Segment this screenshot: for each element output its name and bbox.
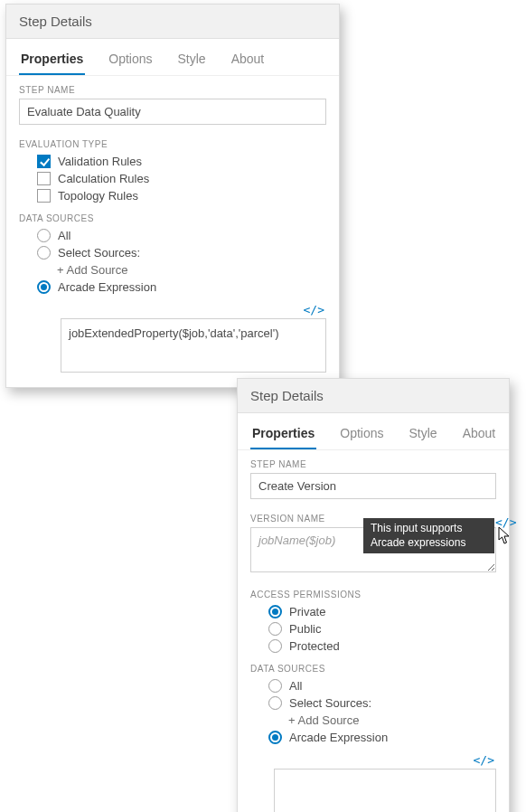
radio-icon[interactable] xyxy=(37,246,51,260)
checkbox-icon[interactable] xyxy=(37,172,51,185)
panel-title: Step Details xyxy=(238,379,509,413)
radio-label: All xyxy=(289,679,302,693)
tabs: Properties Options Style About xyxy=(238,413,509,450)
tab-style[interactable]: Style xyxy=(176,48,208,75)
checkbox-icon[interactable] xyxy=(37,189,51,203)
ds-select-sources[interactable]: Select Sources: xyxy=(238,694,509,712)
radio-icon[interactable] xyxy=(268,679,282,693)
add-source-button[interactable]: + Add Source xyxy=(238,712,509,729)
access-permissions-label: ACCESS PERMISSIONS xyxy=(238,581,509,603)
radio-label: Protected xyxy=(289,639,340,653)
eval-type-validation[interactable]: Validation Rules xyxy=(6,153,339,170)
step-name-label: STEP NAME xyxy=(6,76,339,99)
access-public[interactable]: Public xyxy=(238,620,509,637)
code-icon[interactable]: </> xyxy=(474,753,494,767)
data-sources-label: DATA SOURCES xyxy=(6,204,339,227)
access-protected[interactable]: Protected xyxy=(238,637,509,655)
tab-about[interactable]: About xyxy=(230,48,267,75)
ds-arcade-expression[interactable]: Arcade Expression xyxy=(238,729,509,746)
radio-label: Select Sources: xyxy=(58,246,140,260)
ds-arcade-expression[interactable]: Arcade Expression xyxy=(6,279,339,296)
cursor-icon xyxy=(497,526,512,546)
radio-label: Arcade Expression xyxy=(289,731,388,744)
step-name-input[interactable] xyxy=(19,99,326,125)
tab-properties[interactable]: Properties xyxy=(250,422,316,449)
evaluation-type-label: EVALUATION TYPE xyxy=(6,130,339,153)
checkbox-icon[interactable] xyxy=(37,155,51,168)
step-details-panel-1: Step Details Properties Options Style Ab… xyxy=(5,4,340,388)
ds-all[interactable]: All xyxy=(6,227,339,244)
eval-type-topology[interactable]: Topology Rules xyxy=(6,187,339,204)
radio-icon[interactable] xyxy=(268,639,282,653)
radio-label: Select Sources: xyxy=(289,696,371,710)
radio-icon[interactable] xyxy=(268,696,282,710)
tab-options[interactable]: Options xyxy=(107,48,154,75)
tabs: Properties Options Style About xyxy=(6,39,339,76)
tab-options[interactable]: Options xyxy=(338,422,385,449)
radio-icon[interactable] xyxy=(37,229,51,242)
add-source-button[interactable]: + Add Source xyxy=(6,261,339,279)
radio-label: Private xyxy=(289,605,325,618)
checkbox-label: Calculation Rules xyxy=(58,172,149,185)
code-icon[interactable]: </> xyxy=(304,303,324,316)
radio-icon[interactable] xyxy=(37,280,51,294)
tab-style[interactable]: Style xyxy=(408,422,439,449)
radio-label: All xyxy=(58,229,70,242)
radio-label: Arcade Expression xyxy=(58,280,156,294)
panel-title: Step Details xyxy=(6,5,339,39)
radio-icon[interactable] xyxy=(268,731,282,744)
checkbox-label: Validation Rules xyxy=(58,155,142,168)
arcade-tooltip: This input supports Arcade expressions xyxy=(363,518,494,553)
ds-select-sources[interactable]: Select Sources: xyxy=(6,244,339,261)
arcade-code-input[interactable] xyxy=(274,769,496,812)
checkbox-label: Topology Rules xyxy=(58,189,138,203)
step-name-input[interactable] xyxy=(250,473,496,499)
radio-icon[interactable] xyxy=(268,622,282,636)
eval-type-calculation[interactable]: Calculation Rules xyxy=(6,170,339,187)
step-details-panel-2: Step Details Properties Options Style Ab… xyxy=(237,378,510,812)
radio-icon[interactable] xyxy=(268,605,282,618)
radio-label: Public xyxy=(289,622,321,636)
tab-properties[interactable]: Properties xyxy=(19,48,85,75)
data-sources-label: DATA SOURCES xyxy=(238,655,509,677)
ds-all[interactable]: All xyxy=(238,677,509,694)
tab-about[interactable]: About xyxy=(461,422,498,449)
step-name-label: STEP NAME xyxy=(238,450,509,473)
arcade-code-input[interactable]: jobExtendedProperty($job,'data','parcel'… xyxy=(61,318,326,373)
access-private[interactable]: Private xyxy=(238,603,509,620)
